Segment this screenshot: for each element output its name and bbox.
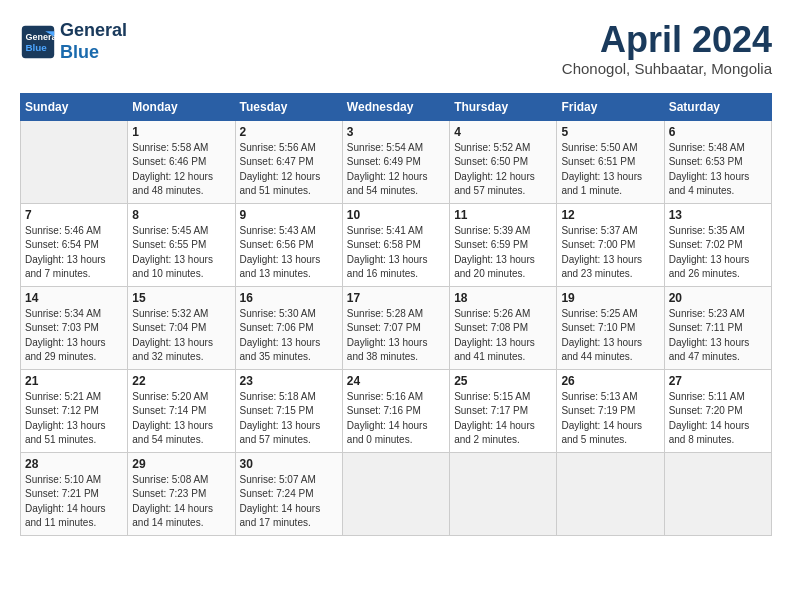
day-number: 8 — [132, 208, 230, 222]
day-number: 24 — [347, 374, 445, 388]
day-info: Sunrise: 5:21 AM Sunset: 7:12 PM Dayligh… — [25, 390, 123, 448]
calendar-cell: 5Sunrise: 5:50 AM Sunset: 6:51 PM Daylig… — [557, 120, 664, 203]
day-number: 30 — [240, 457, 338, 471]
day-number: 12 — [561, 208, 659, 222]
day-info: Sunrise: 5:43 AM Sunset: 6:56 PM Dayligh… — [240, 224, 338, 282]
day-number: 15 — [132, 291, 230, 305]
calendar-cell: 30Sunrise: 5:07 AM Sunset: 7:24 PM Dayli… — [235, 452, 342, 535]
day-info: Sunrise: 5:34 AM Sunset: 7:03 PM Dayligh… — [25, 307, 123, 365]
calendar-cell: 8Sunrise: 5:45 AM Sunset: 6:55 PM Daylig… — [128, 203, 235, 286]
day-number: 1 — [132, 125, 230, 139]
calendar-cell: 25Sunrise: 5:15 AM Sunset: 7:17 PM Dayli… — [450, 369, 557, 452]
day-info: Sunrise: 5:16 AM Sunset: 7:16 PM Dayligh… — [347, 390, 445, 448]
day-info: Sunrise: 5:50 AM Sunset: 6:51 PM Dayligh… — [561, 141, 659, 199]
calendar-cell: 6Sunrise: 5:48 AM Sunset: 6:53 PM Daylig… — [664, 120, 771, 203]
day-number: 26 — [561, 374, 659, 388]
calendar-cell: 11Sunrise: 5:39 AM Sunset: 6:59 PM Dayli… — [450, 203, 557, 286]
calendar-cell: 16Sunrise: 5:30 AM Sunset: 7:06 PM Dayli… — [235, 286, 342, 369]
day-info: Sunrise: 5:41 AM Sunset: 6:58 PM Dayligh… — [347, 224, 445, 282]
day-number: 19 — [561, 291, 659, 305]
calendar-cell: 10Sunrise: 5:41 AM Sunset: 6:58 PM Dayli… — [342, 203, 449, 286]
calendar-cell: 3Sunrise: 5:54 AM Sunset: 6:49 PM Daylig… — [342, 120, 449, 203]
day-info: Sunrise: 5:39 AM Sunset: 6:59 PM Dayligh… — [454, 224, 552, 282]
calendar-cell — [557, 452, 664, 535]
logo-icon: General Blue — [20, 24, 56, 60]
calendar-cell: 2Sunrise: 5:56 AM Sunset: 6:47 PM Daylig… — [235, 120, 342, 203]
day-number: 13 — [669, 208, 767, 222]
day-info: Sunrise: 5:30 AM Sunset: 7:06 PM Dayligh… — [240, 307, 338, 365]
day-info: Sunrise: 5:15 AM Sunset: 7:17 PM Dayligh… — [454, 390, 552, 448]
day-number: 16 — [240, 291, 338, 305]
page-header: General Blue General Blue April 2024 Cho… — [20, 20, 772, 77]
calendar-cell: 12Sunrise: 5:37 AM Sunset: 7:00 PM Dayli… — [557, 203, 664, 286]
location-subtitle: Chonogol, Suhbaatar, Mongolia — [562, 60, 772, 77]
day-number: 17 — [347, 291, 445, 305]
day-info: Sunrise: 5:48 AM Sunset: 6:53 PM Dayligh… — [669, 141, 767, 199]
calendar-cell: 21Sunrise: 5:21 AM Sunset: 7:12 PM Dayli… — [21, 369, 128, 452]
calendar-cell — [21, 120, 128, 203]
day-info: Sunrise: 5:26 AM Sunset: 7:08 PM Dayligh… — [454, 307, 552, 365]
calendar-cell: 7Sunrise: 5:46 AM Sunset: 6:54 PM Daylig… — [21, 203, 128, 286]
day-info: Sunrise: 5:46 AM Sunset: 6:54 PM Dayligh… — [25, 224, 123, 282]
day-number: 3 — [347, 125, 445, 139]
calendar-cell — [664, 452, 771, 535]
day-number: 7 — [25, 208, 123, 222]
day-info: Sunrise: 5:11 AM Sunset: 7:20 PM Dayligh… — [669, 390, 767, 448]
calendar-cell: 22Sunrise: 5:20 AM Sunset: 7:14 PM Dayli… — [128, 369, 235, 452]
col-header-saturday: Saturday — [664, 93, 771, 120]
day-info: Sunrise: 5:32 AM Sunset: 7:04 PM Dayligh… — [132, 307, 230, 365]
calendar-cell: 19Sunrise: 5:25 AM Sunset: 7:10 PM Dayli… — [557, 286, 664, 369]
day-info: Sunrise: 5:20 AM Sunset: 7:14 PM Dayligh… — [132, 390, 230, 448]
col-header-friday: Friday — [557, 93, 664, 120]
day-info: Sunrise: 5:07 AM Sunset: 7:24 PM Dayligh… — [240, 473, 338, 531]
day-number: 21 — [25, 374, 123, 388]
day-number: 25 — [454, 374, 552, 388]
logo: General Blue General Blue — [20, 20, 127, 63]
logo-text: General Blue — [60, 20, 127, 63]
calendar-cell: 1Sunrise: 5:58 AM Sunset: 6:46 PM Daylig… — [128, 120, 235, 203]
month-title: April 2024 — [562, 20, 772, 60]
calendar-cell: 27Sunrise: 5:11 AM Sunset: 7:20 PM Dayli… — [664, 369, 771, 452]
calendar-cell: 26Sunrise: 5:13 AM Sunset: 7:19 PM Dayli… — [557, 369, 664, 452]
day-info: Sunrise: 5:56 AM Sunset: 6:47 PM Dayligh… — [240, 141, 338, 199]
day-info: Sunrise: 5:28 AM Sunset: 7:07 PM Dayligh… — [347, 307, 445, 365]
calendar-cell: 17Sunrise: 5:28 AM Sunset: 7:07 PM Dayli… — [342, 286, 449, 369]
day-info: Sunrise: 5:35 AM Sunset: 7:02 PM Dayligh… — [669, 224, 767, 282]
day-number: 5 — [561, 125, 659, 139]
calendar-cell: 18Sunrise: 5:26 AM Sunset: 7:08 PM Dayli… — [450, 286, 557, 369]
day-info: Sunrise: 5:52 AM Sunset: 6:50 PM Dayligh… — [454, 141, 552, 199]
calendar-cell: 29Sunrise: 5:08 AM Sunset: 7:23 PM Dayli… — [128, 452, 235, 535]
day-number: 10 — [347, 208, 445, 222]
day-number: 20 — [669, 291, 767, 305]
calendar-cell: 28Sunrise: 5:10 AM Sunset: 7:21 PM Dayli… — [21, 452, 128, 535]
day-number: 28 — [25, 457, 123, 471]
day-number: 14 — [25, 291, 123, 305]
day-info: Sunrise: 5:37 AM Sunset: 7:00 PM Dayligh… — [561, 224, 659, 282]
calendar-cell: 9Sunrise: 5:43 AM Sunset: 6:56 PM Daylig… — [235, 203, 342, 286]
day-info: Sunrise: 5:13 AM Sunset: 7:19 PM Dayligh… — [561, 390, 659, 448]
day-number: 4 — [454, 125, 552, 139]
calendar-cell: 13Sunrise: 5:35 AM Sunset: 7:02 PM Dayli… — [664, 203, 771, 286]
title-block: April 2024 Chonogol, Suhbaatar, Mongolia — [562, 20, 772, 77]
day-info: Sunrise: 5:25 AM Sunset: 7:10 PM Dayligh… — [561, 307, 659, 365]
day-number: 18 — [454, 291, 552, 305]
day-info: Sunrise: 5:23 AM Sunset: 7:11 PM Dayligh… — [669, 307, 767, 365]
day-number: 27 — [669, 374, 767, 388]
calendar-cell: 4Sunrise: 5:52 AM Sunset: 6:50 PM Daylig… — [450, 120, 557, 203]
calendar-cell: 24Sunrise: 5:16 AM Sunset: 7:16 PM Dayli… — [342, 369, 449, 452]
day-number: 6 — [669, 125, 767, 139]
day-number: 22 — [132, 374, 230, 388]
day-number: 9 — [240, 208, 338, 222]
day-number: 2 — [240, 125, 338, 139]
calendar-cell: 23Sunrise: 5:18 AM Sunset: 7:15 PM Dayli… — [235, 369, 342, 452]
calendar-cell: 15Sunrise: 5:32 AM Sunset: 7:04 PM Dayli… — [128, 286, 235, 369]
col-header-sunday: Sunday — [21, 93, 128, 120]
calendar-table: SundayMondayTuesdayWednesdayThursdayFrid… — [20, 93, 772, 536]
day-info: Sunrise: 5:10 AM Sunset: 7:21 PM Dayligh… — [25, 473, 123, 531]
day-number: 23 — [240, 374, 338, 388]
col-header-wednesday: Wednesday — [342, 93, 449, 120]
col-header-tuesday: Tuesday — [235, 93, 342, 120]
day-number: 29 — [132, 457, 230, 471]
calendar-cell: 14Sunrise: 5:34 AM Sunset: 7:03 PM Dayli… — [21, 286, 128, 369]
day-number: 11 — [454, 208, 552, 222]
